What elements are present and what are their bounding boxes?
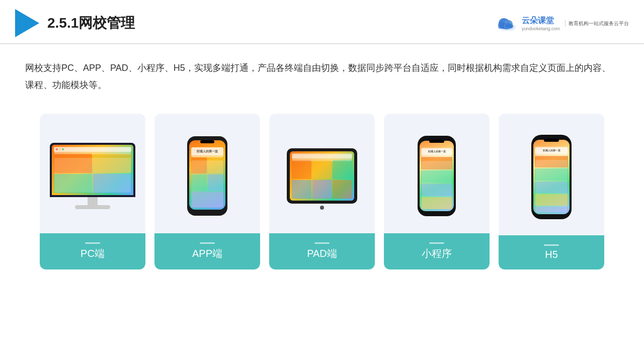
card-pc-label: PC端 (40, 233, 145, 269)
card-miniprogram-label: 小程序 (384, 233, 490, 269)
card-app: 职通人的第一堂 APP端 (154, 114, 260, 269)
page-title: 2.5.1网校管理 (47, 14, 135, 33)
brand-name: 云朵课堂 (522, 16, 560, 26)
card-miniprogram-image: 职通人的第一堂 (413, 114, 461, 233)
phone-notch (200, 140, 214, 143)
miniprogram-phone-icon: 职通人的第一堂 (418, 136, 456, 216)
app-phone-icon: 职通人的第一堂 (187, 136, 227, 216)
card-pc-image (45, 114, 140, 233)
pc-monitor-icon (50, 143, 135, 209)
header-right: 云朵课堂 yunduoketang.com 教育机构一站式服务云平台 (495, 14, 629, 32)
pad-tablet-icon (287, 148, 357, 204)
card-label-line (544, 244, 559, 246)
card-label-line (200, 242, 215, 244)
card-pad: PAD端 (269, 114, 375, 269)
header: 2.5.1网校管理 云朵课堂 yunduoketang.com 教育机构一站式服… (0, 0, 644, 44)
brand-tagline: 教育机构一站式服务云平台 (565, 20, 629, 27)
phone-screen: 职通人的第一堂 (189, 140, 225, 210)
phone-tall-screen: 职通人的第一堂 (420, 141, 454, 211)
card-h5-image: 职通人的第一堂 (526, 114, 577, 235)
card-miniprogram: 职通人的第一堂 小程序 (384, 114, 490, 269)
tablet-screen (290, 151, 354, 201)
svg-point-6 (505, 23, 510, 28)
logo-triangle-icon (15, 9, 39, 37)
tablet-home-button-icon (320, 206, 324, 210)
description-text: 网校支持PC、APP、PAD、小程序、H5，实现多端打通，产品各终端自由切换，数… (0, 44, 644, 104)
card-app-image: 职通人的第一堂 (182, 114, 232, 233)
cards-container: PC端 职通人的第一堂 APP端 (0, 109, 644, 285)
card-pc: PC端 (40, 114, 145, 269)
brand-logo: 云朵课堂 yunduoketang.com 教育机构一站式服务云平台 (495, 14, 629, 32)
cloud-logo-icon (495, 14, 519, 32)
card-label-line (429, 242, 444, 244)
h5-phone-icon: 职通人的第一堂 (531, 135, 572, 219)
card-h5: 职通人的第一堂 H5 (499, 114, 604, 269)
card-label-line (314, 242, 330, 244)
card-h5-label: H5 (499, 235, 604, 269)
header-left: 2.5.1网校管理 (15, 9, 135, 37)
phone-tall-notch (429, 140, 444, 143)
phone-h5-notch (544, 139, 559, 142)
brand-url: yunduoketang.com (522, 26, 560, 31)
card-app-label: APP端 (154, 233, 260, 269)
card-label-line (85, 242, 100, 244)
brand-name-text: 云朵课堂 yunduoketang.com (522, 16, 560, 31)
card-pad-image (282, 114, 362, 233)
card-pad-label: PAD端 (269, 233, 375, 269)
phone-h5-screen: 职通人的第一堂 (533, 140, 570, 214)
